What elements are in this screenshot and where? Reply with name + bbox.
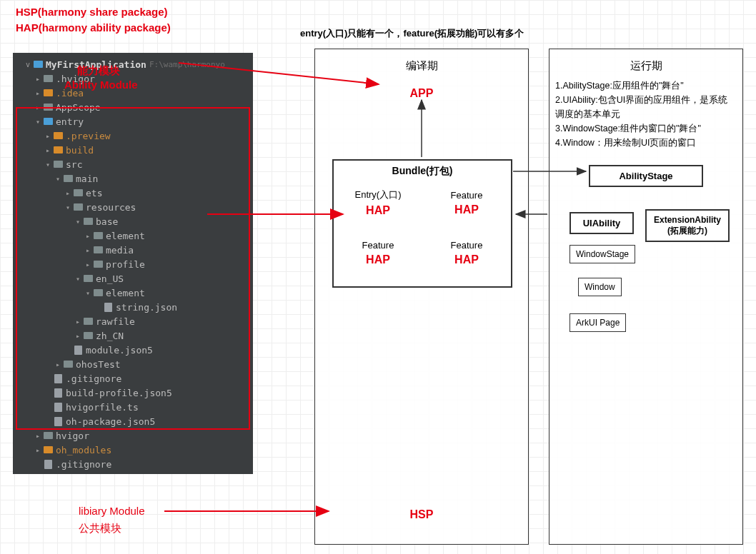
bundle-cell: FeatureHAP: [422, 178, 511, 228]
app-label: APP: [315, 87, 528, 100]
library-module-label: libiary Module 公共模块: [79, 503, 145, 537]
hsp-label: HSP: [410, 508, 434, 521]
arkui-page-box: ArkUI Page: [570, 313, 626, 332]
compile-phase-box: 编译期 APP Bundle(打包) Entry(入口)HAPFeatureHA…: [314, 49, 529, 545]
bundle-cell: Entry(入口)HAP: [334, 178, 422, 228]
entry-feature-note: entry(入口)只能有一个，feature(拓展功能)可以有多个: [300, 27, 524, 40]
bundle-cell: FeatureHAP: [422, 228, 511, 278]
tree-root[interactable]: v MyFirstApplicationF:\wamp\harmonyo: [16, 57, 250, 71]
bundle-box: Bundle(打包) Entry(入口)HAPFeatureHAPFeature…: [332, 159, 512, 288]
ability-stage-box: AbilityStage: [589, 165, 703, 187]
hap-definition: HAP(harmony ability package): [16, 20, 171, 36]
overlay-label-en: Ability Module: [64, 79, 138, 91]
uiability-box: UIAbility: [570, 212, 634, 234]
bundle-title: Bundle(打包): [334, 165, 511, 178]
runtime-title: 运行期: [549, 59, 742, 73]
overlay-label-cn: 能力模块: [77, 64, 120, 78]
compile-title: 编译期: [315, 59, 528, 73]
runtime-phase-box: 运行期 1.AbilityStage:应用组件的"舞台" 2.UIAbility…: [549, 49, 743, 545]
tree-item[interactable]: .gitignore: [16, 457, 250, 471]
tree-item[interactable]: ▸oh_modules: [16, 443, 250, 457]
bundle-cell: FeatureHAP: [334, 228, 422, 278]
hsp-definition: HSP(harmony share package): [16, 4, 171, 20]
runtime-description: 1.AbilityStage:应用组件的"舞台" 2.UIAbility:包含U…: [555, 79, 737, 150]
tree-item[interactable]: ▸hvigor: [16, 428, 250, 443]
windowstage-box: WindowStage: [570, 245, 635, 263]
extension-ability-box: ExtensionAbility(拓展能力): [645, 209, 730, 242]
tree-item[interactable]: build-profile.json5: [16, 471, 250, 474]
window-box: Window: [578, 278, 622, 296]
entry-module-highlight: [16, 107, 250, 430]
header-definitions: HSP(harmony share package) HAP(harmony a…: [16, 4, 171, 36]
